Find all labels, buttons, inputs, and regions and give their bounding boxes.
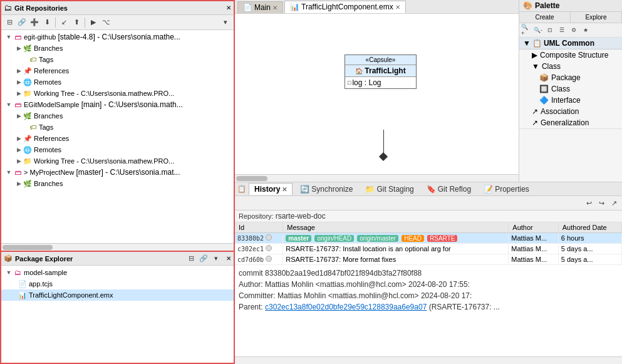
fetch-button[interactable]: ↙ xyxy=(58,17,70,28)
pkg-collapse-button[interactable]: ⊟ xyxy=(186,254,196,264)
editor-hscroll[interactable] xyxy=(236,176,267,181)
tab-properties[interactable]: 📝 Properties xyxy=(479,184,534,195)
tab-main[interactable]: 📄 Main ✕ xyxy=(237,1,283,13)
history-toolbar-btn1[interactable]: ↩ xyxy=(583,197,594,209)
repo-myproject-label: > MyProjectNew [master] - C:\Users\sonia… xyxy=(24,168,180,177)
tab-synchronize[interactable]: 🔄 Synchronize xyxy=(295,184,358,195)
palette-item-class[interactable]: 🔲 Class xyxy=(519,83,622,95)
package-label: Package xyxy=(551,73,581,82)
branches-egit[interactable]: ▶ 🌿 Branches xyxy=(1,43,234,54)
link-editor-button[interactable]: 🔗 xyxy=(16,17,28,28)
branches-myproject[interactable]: ▶ 🌿 Branches xyxy=(1,178,234,189)
remotes-model[interactable]: ▶ 🌐 Remotes xyxy=(1,144,234,155)
model-refs-arrow[interactable]: ▶ xyxy=(15,135,23,142)
palette-zoom-out-button[interactable]: 🔍- xyxy=(532,24,544,36)
pull-button[interactable]: ⬆ xyxy=(71,17,82,28)
palette-tab-explore[interactable]: Explore xyxy=(571,12,622,23)
references-model[interactable]: ▶ 📌 References xyxy=(1,133,234,144)
uml-capsule-class[interactable]: «Capsule» 🏠 TrafficLight □ log : Log xyxy=(345,55,417,89)
close-traffic-tab-button[interactable]: ✕ xyxy=(395,4,400,11)
tab-git-reflog[interactable]: 🔖 Git Reflog xyxy=(422,184,476,195)
working-tree-icon: 📁 xyxy=(23,88,33,98)
clone-button[interactable]: ⬇ xyxy=(41,17,53,28)
palette-item-class-group[interactable]: ▼ Class xyxy=(519,61,622,72)
commit-id-0: 83380b2 xyxy=(235,233,283,244)
git-repos-hscroll[interactable] xyxy=(3,245,53,250)
expand-refs-arrow[interactable]: ▶ xyxy=(15,68,23,74)
palette-item-interface[interactable]: 🔷 Interface xyxy=(519,95,622,106)
repo-myproject[interactable]: ▼ 🗃 > MyProjectNew [master] - C:\Users\s… xyxy=(1,167,234,178)
traffic-light-emx-item[interactable]: 📊 TrafficLightComponent.emx xyxy=(1,289,234,301)
app-tcjs-item[interactable]: 📄 app.tcjs xyxy=(1,278,234,289)
uml-connector xyxy=(380,130,386,160)
expand-remotes-arrow[interactable]: ▶ xyxy=(15,79,23,85)
history-bottom-scrollbar[interactable] xyxy=(235,356,622,364)
repo-egit-model[interactable]: ▼ 🗃 EGitModelSample [main] - C:\Users\so… xyxy=(1,99,234,110)
palette-section-uml-header[interactable]: ▼ 📋 UML Common xyxy=(519,38,622,49)
references-egit[interactable]: ▶ 📌 References xyxy=(1,65,234,76)
expand-egit-github-arrow[interactable]: ▼ xyxy=(5,34,13,40)
model-tags-icon: 🏷 xyxy=(28,122,38,132)
remotes-egit[interactable]: ▶ 🌐 Remotes xyxy=(1,76,234,88)
commit-row-2[interactable]: cd7d60b RSARTE-176737: More format fixes… xyxy=(235,254,622,265)
tab-git-staging[interactable]: 📁 Git Staging xyxy=(360,184,418,195)
pkg-menu-button[interactable]: ▾ xyxy=(211,254,221,264)
close-main-tab-button[interactable]: ✕ xyxy=(272,4,277,11)
generalization-icon: ↗ xyxy=(532,118,538,127)
commit-row-0[interactable]: 83380b2 master origin/HEAD origin/master… xyxy=(235,233,622,244)
pkg-link-button[interactable]: 🔗 xyxy=(199,254,209,264)
palette-gear-button[interactable]: ⚙ xyxy=(568,24,579,36)
history-toolbar-btn3[interactable]: ↗ xyxy=(608,197,619,209)
history-tab-label: History xyxy=(254,185,280,194)
close-history-tab-button[interactable]: ✕ xyxy=(282,186,287,193)
model-wt-arrow[interactable]: ▶ xyxy=(15,158,23,164)
palette-layout-button[interactable]: ☰ xyxy=(556,24,568,36)
tab-traffic-light[interactable]: 📊 TrafficLightComponent.emx ✕ xyxy=(284,1,406,13)
palette-item-composite[interactable]: ▶ Composite Structure xyxy=(519,49,622,61)
interface-icon: 🔷 xyxy=(539,96,549,105)
palette-star-button[interactable]: ★ xyxy=(580,24,591,36)
palette-zoom-in-button[interactable]: 🔍+ xyxy=(521,24,532,36)
model-remotes-label: Remotes xyxy=(34,146,61,153)
push-button[interactable]: ▶ xyxy=(88,17,99,28)
expand-model-branches-arrow[interactable]: ▶ xyxy=(15,113,23,119)
palette-fit-button[interactable]: ⊡ xyxy=(544,24,556,36)
traffic-tab-icon: 📊 xyxy=(290,3,299,11)
expand-egit-model-arrow[interactable]: ▼ xyxy=(5,101,13,108)
refs-icon: 📌 xyxy=(23,66,33,76)
collapse-all-button[interactable]: ⊟ xyxy=(4,17,15,28)
expand-branches-arrow[interactable]: ▶ xyxy=(15,45,23,51)
tags-model[interactable]: 🏷 Tags xyxy=(1,122,234,133)
repo-egit-github[interactable]: ▼ 🗃 egit-github [stable-4.8] - C:\Users\… xyxy=(1,31,234,43)
tags-egit[interactable]: 🏷 Tags xyxy=(1,54,234,65)
branches-icon: 🌿 xyxy=(23,43,33,53)
branch-button[interactable]: ⌥ xyxy=(100,17,111,28)
model-sample-arrow[interactable]: ▼ xyxy=(5,269,13,276)
add-repo-button[interactable]: ➕ xyxy=(29,17,40,28)
commit-id-1: c302ec1 xyxy=(235,244,283,254)
close-git-repos-icon[interactable]: ✕ xyxy=(226,4,231,11)
tab-history[interactable]: History ✕ xyxy=(249,183,293,195)
branches-model[interactable]: ▶ 🌿 Branches xyxy=(1,110,234,122)
git-repos-title: Git Repositories xyxy=(14,4,68,12)
menu-button[interactable]: ▾ xyxy=(220,17,231,28)
expand-wt-arrow[interactable]: ▶ xyxy=(15,90,23,96)
commit-row-1[interactable]: c302ec1 RSARTE-176737: Install location … xyxy=(235,244,622,254)
palette-item-package[interactable]: 📦 Package xyxy=(519,72,622,83)
palette-title: Palette xyxy=(535,1,559,10)
palette-item-association[interactable]: ↗ Association xyxy=(519,106,622,117)
palette-tab-create[interactable]: Create xyxy=(519,12,571,23)
col-author: Author xyxy=(509,222,558,233)
working-tree-model[interactable]: ▶ 📁 Working Tree - C:\Users\sonia.mathew… xyxy=(1,155,234,167)
parent-hash-link[interactable]: c302ec13a8f0e02d0bfe29e59c128839aa6e9a07 xyxy=(265,303,427,311)
association-icon: ↗ xyxy=(532,107,538,116)
model-sample-repo[interactable]: ▼ 🗂 model-sample xyxy=(1,267,234,278)
expand-myproject-arrow[interactable]: ▼ xyxy=(5,169,13,175)
working-tree-egit[interactable]: ▶ 📁 Working Tree - C:\Users\sonia.mathew… xyxy=(1,88,234,99)
model-remotes-arrow[interactable]: ▶ xyxy=(15,147,23,153)
myproject-branches-arrow[interactable]: ▶ xyxy=(15,180,23,187)
palette-item-generalization[interactable]: ↗ Generalization xyxy=(519,117,622,128)
close-pkg-explorer-icon[interactable]: ✕ xyxy=(226,255,231,262)
reflog-label: Git Reflog xyxy=(438,185,471,194)
history-toolbar-btn2[interactable]: ↪ xyxy=(596,197,607,209)
